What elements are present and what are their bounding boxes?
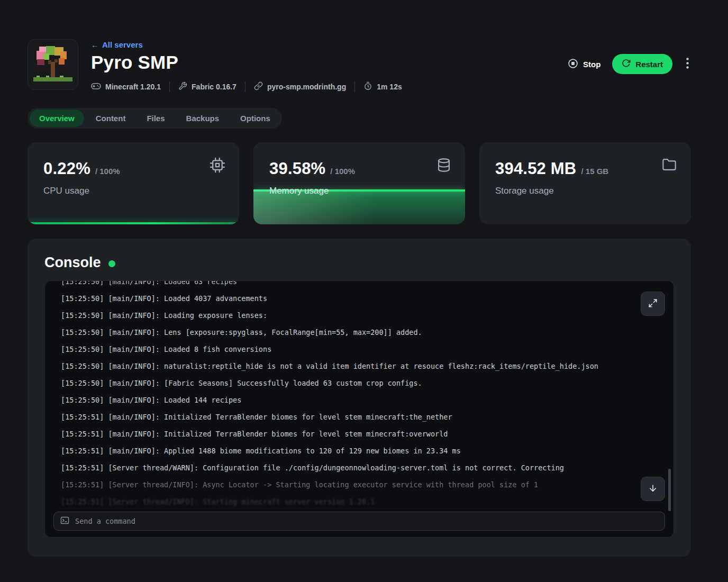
back-arrow-icon: ← [91, 40, 99, 49]
console-line: [15:25:51] [Server thread/INFO]: Async L… [61, 476, 631, 493]
command-input[interactable] [75, 517, 658, 525]
console-line: [15:25:50] [main/INFO]: Loaded 144 recip… [61, 392, 631, 408]
console-line: [15:25:51] [Server thread/WARN]: Configu… [61, 459, 631, 476]
memory-usage-value: 39.58% [269, 159, 325, 178]
console-line: [15:25:50] [main/INFO]: Loaded 8 fish co… [61, 341, 631, 358]
cpu-usage-card: 0.22% / 100% CPU usage [28, 142, 239, 224]
timer-icon [363, 81, 372, 92]
server-actions: Stop Restart [568, 54, 691, 74]
console-panel: Console [15:25:50] [main/INFO]: Loaded 6… [28, 239, 691, 557]
console-line: [15:25:50] [main/INFO]: [Fabric Seasons]… [61, 375, 631, 392]
cpu-usage-bar [28, 222, 239, 224]
console-title: Console [44, 254, 101, 271]
memory-usage-limit: / 100% [330, 167, 355, 176]
console-line: [15:25:50] [main/INFO]: Loaded 63 recipe… [61, 280, 631, 290]
server-meta-row: Minecraft 1.20.1 Fabric 0.16.7 pyro-smp.… [91, 81, 402, 92]
restart-icon [622, 59, 631, 69]
stop-icon [568, 58, 578, 70]
divider [245, 81, 245, 92]
uptime: 1m 12s [363, 81, 402, 92]
server-icon [28, 39, 78, 90]
console-line: [15:25:50] [main/INFO]: Lens [exposure:s… [61, 324, 631, 341]
online-status-dot [108, 260, 115, 267]
console-line: [15:25:51] [main/INFO]: Initialized Terr… [61, 425, 631, 442]
link-icon [254, 81, 263, 92]
gamepad-icon [91, 82, 101, 92]
tab-content[interactable]: Content [86, 110, 135, 127]
memory-usage-card: 39.58% / 100% Memory usage [253, 142, 465, 224]
server-header: ←All servers Pyro SMP Minecraft 1.20.1 F… [28, 39, 691, 92]
kebab-menu-icon [686, 62, 689, 70]
tab-backups[interactable]: Backups [177, 110, 229, 127]
loader-version: Fabric 0.16.7 [178, 81, 236, 92]
server-page: ←All servers Pyro SMP Minecraft 1.20.1 F… [0, 0, 728, 557]
divider [354, 81, 355, 92]
memory-usage-label: Memory usage [269, 186, 449, 196]
cpu-icon [210, 157, 225, 175]
server-info: ←All servers Pyro SMP Minecraft 1.20.1 F… [91, 39, 402, 92]
tab-overview[interactable]: Overview [30, 110, 84, 127]
stat-cards: 0.22% / 100% CPU usage 39.58% / 100% Mem… [28, 142, 691, 224]
cpu-usage-limit: / 100% [95, 167, 120, 176]
console-line: [15:25:51] [main/INFO]: Applied 1488 bio… [61, 442, 631, 459]
console-log: [15:25:50] [main/INFO]: Loaded 63 recipe… [45, 280, 674, 510]
tab-files[interactable]: Files [137, 110, 174, 127]
console-line: [15:25:51] [Server thread/INFO]: Startin… [61, 493, 631, 510]
stop-button[interactable]: Stop [568, 58, 600, 70]
cpu-usage-value: 0.22% [43, 159, 90, 178]
tab-bar: Overview Content Files Backups Options [28, 108, 282, 129]
storage-usage-label: Storage usage [495, 186, 675, 196]
terminal-icon [60, 516, 69, 527]
more-options-button[interactable] [684, 56, 691, 72]
database-icon [436, 157, 451, 175]
console-line: [15:25:50] [main/INFO]: Loaded 4037 adva… [61, 290, 631, 307]
storage-usage-value: 394.52 MB [495, 159, 576, 178]
divider [169, 81, 170, 92]
tab-options[interactable]: Options [231, 110, 280, 127]
command-input-wrapper [53, 512, 665, 531]
console-line: [15:25:50] [main/INFO]: naturalist:repti… [61, 358, 631, 375]
console-line: [15:25:51] [main/INFO]: Initialized Terr… [61, 408, 631, 425]
expand-console-button[interactable] [641, 292, 665, 316]
scroll-to-bottom-button[interactable] [641, 477, 665, 501]
season-tree-image [31, 42, 75, 87]
back-to-all-servers-link[interactable]: ←All servers [91, 40, 143, 49]
expand-icon [648, 298, 658, 310]
storage-usage-limit: / 15 GB [581, 167, 608, 176]
console-output[interactable]: [15:25:50] [main/INFO]: Loaded 63 recipe… [44, 280, 674, 538]
storage-usage-card: 394.52 MB / 15 GB Storage usage [479, 142, 691, 224]
restart-button[interactable]: Restart [612, 54, 672, 74]
server-address[interactable]: pyro-smp.modrinth.gg [254, 81, 346, 92]
console-line: [15:25:50] [main/INFO]: Loading exposure… [61, 307, 631, 324]
wrench-icon [178, 81, 187, 92]
cpu-usage-label: CPU usage [43, 186, 223, 196]
console-scrollbar[interactable] [668, 469, 671, 511]
folder-icon [661, 157, 677, 174]
page-title: Pyro SMP [91, 52, 402, 73]
arrow-down-icon [648, 484, 658, 495]
minecraft-version: Minecraft 1.20.1 [91, 82, 161, 92]
